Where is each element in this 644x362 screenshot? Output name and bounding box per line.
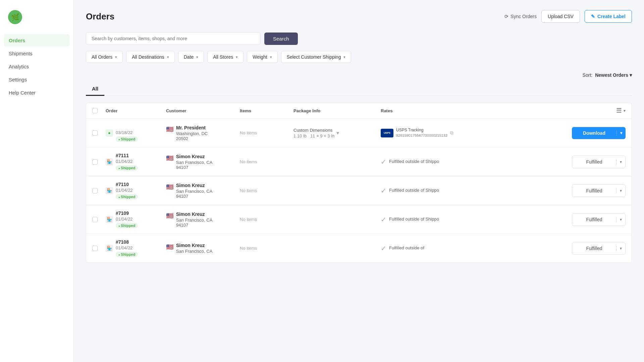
tab-all[interactable]: All xyxy=(86,82,104,96)
rates-cell: USPS USPS Tracking 926159017554770000021… xyxy=(381,127,552,138)
customer-cell: 🇺🇸 Simon Kreuz San Francisco, CA 94107 xyxy=(166,183,240,199)
package-cell: Custom Dimensions 1.10 lb 11 × 9 × 3 in … xyxy=(293,128,381,138)
items-col-header: Items xyxy=(240,108,293,113)
fulfilled-outside-icon: ✓ xyxy=(381,244,386,252)
page-title: Orders xyxy=(86,11,114,22)
items-cell: No items xyxy=(240,246,293,251)
rates-cell: ✓ Fulfilled outside of xyxy=(381,244,552,252)
customer-shipping-filter[interactable]: Select Customer Shipping ▾ xyxy=(281,51,352,63)
store-icon: 🏪 xyxy=(106,245,113,252)
create-label-icon: ✎ xyxy=(591,14,595,19)
sidebar-item-shipments[interactable]: Shipments xyxy=(4,47,69,60)
weight-filter[interactable]: Weight ▾ xyxy=(247,51,277,63)
items-cell: No items xyxy=(240,130,293,135)
order-number: #7109 xyxy=(116,210,138,216)
sidebar: 🌿 Orders Shipments Analytics Settings He… xyxy=(0,0,74,362)
fulfilled-button[interactable]: Fulfilled ▾ xyxy=(572,156,626,168)
chevron-down-icon: ▾ xyxy=(616,246,625,251)
usps-icon: USPS xyxy=(381,129,393,137)
download-button[interactable]: Download ▾ xyxy=(572,127,626,139)
flag-icon: 🇺🇸 xyxy=(166,183,173,191)
fulfilled-button[interactable]: Fulfilled ▾ xyxy=(572,184,626,197)
sidebar-item-settings[interactable]: Settings xyxy=(4,73,69,86)
chevron-down-icon: ▾ xyxy=(196,55,198,59)
fulfilled-text: Fulfilled outside of Shippo xyxy=(389,216,439,222)
tracking-number: 9261590175547700000215132 xyxy=(396,133,447,138)
fulfilled-text: Fulfilled outside of Shippo xyxy=(389,187,439,193)
create-label-button[interactable]: ✎ Create Label xyxy=(585,10,632,23)
sidebar-item-orders[interactable]: Orders xyxy=(4,34,69,47)
main-content: Orders ⟳ Sync Orders Upload CSV ✎ Create… xyxy=(74,0,644,362)
table-row: 🏪 #7111 01/04/22 Shipped 🇺🇸 Simon Kreuz … xyxy=(86,147,632,176)
fulfilled-outside-icon: ✓ xyxy=(381,216,386,224)
store-icon: 🏪 xyxy=(106,216,113,223)
rates-cell: ✓ Fulfilled outside of Shippo xyxy=(381,158,552,166)
search-input[interactable] xyxy=(86,32,260,45)
customer-address: Washington, DC 20502 xyxy=(176,131,208,141)
customer-address: San Francisco, CA 94107 xyxy=(176,160,212,170)
sync-orders-button[interactable]: ⟳ Sync Orders xyxy=(504,14,537,19)
status-badge: Shipped xyxy=(116,252,138,257)
sidebar-nav: Orders Shipments Analytics Settings Help… xyxy=(0,34,73,99)
customer-cell: 🇺🇸 Simon Kreuz San Francisco, CA 94107 xyxy=(166,154,240,170)
chevron-down-icon: ▾ xyxy=(617,131,626,135)
chevron-down-icon: ▾ xyxy=(630,72,632,78)
flag-icon: 🇺🇸 xyxy=(166,155,173,162)
order-col-header: Order xyxy=(106,108,166,113)
search-bar: Search xyxy=(86,32,632,45)
order-date: 01/04/22 xyxy=(116,159,138,164)
sort-select[interactable]: Newest Orders ▾ xyxy=(595,72,632,78)
fulfilled-text: Fulfilled outside of xyxy=(389,245,424,251)
row-checkbox[interactable] xyxy=(92,217,106,222)
chevron-down-icon: ▾ xyxy=(624,109,626,113)
flag-icon: 🇺🇸 xyxy=(166,243,173,251)
row-checkbox[interactable] xyxy=(92,188,106,193)
rates-col-header: Rates xyxy=(381,108,552,113)
row-checkbox[interactable] xyxy=(92,159,106,165)
items-cell: No items xyxy=(240,217,293,222)
order-number: #7110 xyxy=(116,182,138,187)
fulfilled-text: Fulfilled outside of Shippo xyxy=(389,159,439,165)
all-orders-filter[interactable]: All Orders ▾ xyxy=(86,51,123,63)
fulfilled-button[interactable]: Fulfilled ▾ xyxy=(572,213,626,226)
status-badge: Shipped xyxy=(116,223,138,228)
orders-table: Order Customer Items Package Info Rates … xyxy=(86,103,632,263)
customer-name: Simon Kreuz xyxy=(176,154,212,159)
customer-cell: 🇺🇸 Mr. President Washington, DC 20502 xyxy=(166,125,240,141)
status-badge: Shipped xyxy=(116,136,138,142)
store-icon: ● xyxy=(106,129,113,137)
tracking-info: USPS Tracking 9261590175547700000215132 xyxy=(396,127,447,138)
columns-menu-icon[interactable]: ☰ xyxy=(616,107,622,114)
fulfilled-button[interactable]: Fulfilled ▾ xyxy=(572,242,626,255)
chevron-down-icon: ▾ xyxy=(270,55,272,59)
row-checkbox[interactable] xyxy=(92,246,106,251)
customer-cell: 🇺🇸 Simon Kreuz San Francisco, CA xyxy=(166,243,240,254)
sidebar-item-analytics[interactable]: Analytics xyxy=(4,60,69,73)
table-row: 🏪 #7110 01/04/22 Shipped 🇺🇸 Simon Kreuz … xyxy=(86,176,632,205)
flag-icon: 🇺🇸 xyxy=(166,212,173,220)
customer-name: Simon Kreuz xyxy=(176,212,212,217)
copy-icon[interactable]: ⧉ xyxy=(450,130,453,136)
order-cell: 🏪 #7110 01/04/22 Shipped xyxy=(106,182,166,199)
chevron-down-icon: ▾ xyxy=(616,188,625,193)
table-header-row: Order Customer Items Package Info Rates … xyxy=(86,103,632,119)
upload-csv-button[interactable]: Upload CSV xyxy=(541,10,580,23)
customer-address: San Francisco, CA xyxy=(176,249,212,254)
rates-cell: ✓ Fulfilled outside of Shippo xyxy=(381,187,552,195)
row-checkbox[interactable] xyxy=(92,130,106,136)
select-all-checkbox[interactable] xyxy=(92,108,106,113)
order-cell: 🏪 #7108 01/04/22 Shipped xyxy=(106,239,166,257)
table-row: 🏪 #7108 01/04/22 Shipped 🇺🇸 Simon Kreuz … xyxy=(86,234,632,262)
sidebar-item-help-center[interactable]: Help Center xyxy=(4,86,69,99)
customer-cell: 🇺🇸 Simon Kreuz San Francisco, CA 94107 xyxy=(166,212,240,228)
search-button[interactable]: Search xyxy=(264,33,298,45)
customer-name: Simon Kreuz xyxy=(176,243,212,248)
sidebar-logo: 🌿 xyxy=(0,7,73,34)
table-actions-header: ☰ ▾ xyxy=(552,107,626,114)
all-destinations-filter[interactable]: All Destinations ▾ xyxy=(126,51,175,63)
rates-cell: ✓ Fulfilled outside of Shippo xyxy=(381,216,552,224)
all-stores-filter[interactable]: All Stores ▾ xyxy=(207,51,244,63)
expand-icon[interactable]: ▾ xyxy=(336,130,339,136)
order-cell: 🏪 #7109 01/04/22 Shipped xyxy=(106,210,166,228)
date-filter[interactable]: Date ▾ xyxy=(178,51,204,63)
